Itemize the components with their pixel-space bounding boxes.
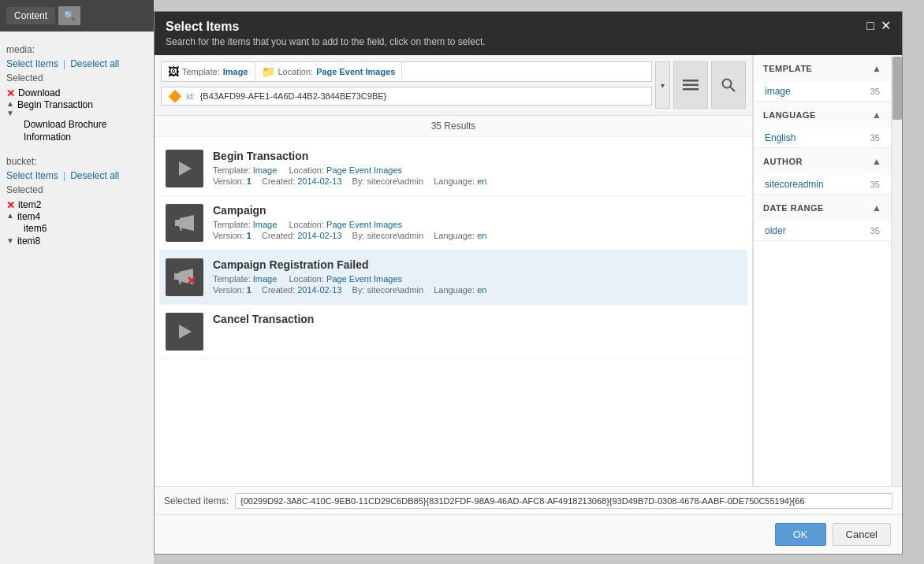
author-section-title: AUTHOR	[763, 157, 803, 166]
cancel-transaction-content: Cancel Transaction	[213, 313, 741, 328]
media-select-link[interactable]: Select Items	[6, 58, 58, 69]
right-panel: TEMPLATE ▲ image 35 LANGUAGE ▲ Eng	[753, 55, 902, 486]
bucket-select-row: Select Items | Deselect all	[6, 170, 147, 181]
search-area: 🖼 Template: Image 📁 Location: Page Event…	[155, 55, 753, 486]
move-up-arrow[interactable]: ▲	[6, 99, 14, 109]
date-option-count: 35	[870, 226, 880, 236]
svg-marker-5	[179, 161, 192, 176]
bucket-label: bucket:	[6, 156, 147, 167]
result-item-campaign-registration-failed[interactable]: Campaign Registration Failed Template: I…	[159, 250, 747, 305]
item2-name: item2	[18, 199, 41, 210]
scrollbar-thumb	[892, 57, 902, 120]
campaign-meta2: Version: 1 Created: 2014-02-13 By: sitec…	[213, 231, 741, 240]
language-option-label: English	[765, 132, 795, 143]
move-down-arrow[interactable]: ▼	[6, 109, 14, 118]
dropdown-arrow-button[interactable]: ▾	[655, 61, 670, 109]
item4-up-arrow[interactable]: ▲	[6, 211, 14, 221]
search-icon-button[interactable]	[711, 61, 746, 109]
search-button[interactable]: 🔍	[58, 6, 80, 25]
download-brochure-item-name: Download Brochure	[24, 119, 106, 130]
list-item: Information	[6, 131, 147, 143]
remove-item2-button[interactable]: ✕	[6, 200, 15, 210]
close-button[interactable]: ✕	[881, 20, 891, 32]
selected-items-value: {00299D92-3A8C-410C-9EB0-11CD29C6DB85}{8…	[235, 493, 892, 509]
list-item: ✕ Download	[6, 87, 147, 99]
item8-name: item8	[17, 236, 40, 247]
dialog-header: Select Items Search for the items that y…	[155, 12, 902, 55]
author-option-label: sitecoreadmin	[765, 179, 824, 190]
list-item: ▼ item8	[6, 235, 147, 247]
template-label: Template:	[182, 67, 220, 76]
location-label: Location:	[278, 67, 314, 76]
play-triangle-icon	[176, 160, 193, 177]
result-item-begin-transaction[interactable]: Begin Transaction Template: Image Locati…	[159, 142, 747, 196]
dialog-body: 🖼 Template: Image 📁 Location: Page Event…	[155, 55, 902, 486]
begin-transaction-item-name: Begin Transaction	[17, 99, 93, 110]
item8-down-arrow[interactable]: ▼	[6, 236, 14, 246]
date-option-older[interactable]: older 35	[754, 221, 891, 240]
date-filter-section: DATE RANGE ▲ older 35	[754, 195, 891, 241]
dialog-subtitle: Search for the items that you want to ad…	[166, 36, 486, 47]
left-panel-header: Content 🔍	[0, 0, 154, 32]
author-option-sitecoreadmin[interactable]: sitecoreadmin 35	[754, 175, 891, 194]
campaign-content: Campaign Template: Image Location: Page …	[213, 204, 741, 242]
list-item: ✕ item2	[6, 199, 147, 211]
svg-line-4	[730, 87, 735, 91]
campaign-failed-title: Campaign Registration Failed	[213, 258, 741, 271]
language-filter-section: LANGUAGE ▲ English 35	[754, 102, 891, 148]
item4-name: item4	[17, 211, 40, 222]
begin-transaction-meta2: Version: 1 Created: 2014-02-13 By: sitec…	[213, 176, 741, 186]
svg-marker-7	[180, 215, 194, 231]
remove-download-button[interactable]: ✕	[6, 88, 15, 98]
language-option-english[interactable]: English 35	[754, 128, 891, 147]
search-bar: 🖼 Template: Image 📁 Location: Page Event…	[155, 55, 752, 116]
id-icon: 🔶	[168, 90, 181, 102]
modal-scrollbar[interactable]	[891, 55, 902, 486]
svg-marker-14	[179, 325, 192, 339]
media-selected-label: Selected	[6, 72, 147, 83]
svg-rect-2	[683, 88, 699, 91]
result-item-cancel-transaction[interactable]: Cancel Transaction	[159, 305, 747, 359]
template-option-label: image	[765, 86, 791, 97]
search-filters: 🖼 Template: Image 📁 Location: Page Event…	[161, 61, 652, 82]
svg-marker-6	[175, 220, 180, 226]
content-button[interactable]: Content	[6, 7, 55, 24]
megaphone-icon	[173, 214, 196, 232]
template-icon: 🖼	[168, 65, 179, 78]
template-option-count: 35	[870, 87, 880, 96]
campaign-meta1: Template: Image Location: Page Event Ima…	[213, 220, 741, 229]
date-section-header[interactable]: DATE RANGE ▲	[754, 195, 891, 221]
list-item: Download Brochure	[6, 118, 147, 131]
template-section-header[interactable]: TEMPLATE ▲	[754, 55, 891, 82]
template-value: Image	[223, 67, 248, 76]
svg-rect-1	[683, 84, 699, 87]
campaign-icon	[166, 204, 203, 242]
bucket-deselect-link[interactable]: Deselect all	[70, 170, 119, 181]
maximize-button[interactable]: □	[866, 20, 874, 32]
selected-items-label: Selected items:	[164, 495, 229, 506]
cancel-button[interactable]: Cancel	[833, 523, 891, 546]
information-item-name: Information	[24, 132, 71, 143]
media-deselect-link[interactable]: Deselect all	[70, 58, 119, 69]
menu-icon-button[interactable]	[673, 61, 708, 109]
language-option-count: 35	[870, 133, 880, 143]
language-section-header[interactable]: LANGUAGE ▲	[754, 102, 891, 128]
template-filter-chip: 🖼 Template: Image	[162, 62, 255, 81]
ok-button[interactable]: OK	[775, 523, 826, 546]
result-item-campaign[interactable]: Campaign Template: Image Location: Page …	[159, 196, 747, 250]
download-item-name: Download	[18, 87, 60, 98]
cancel-transaction-title: Cancel Transaction	[213, 313, 741, 325]
location-filter-chip: 📁 Location: Page Event Images	[255, 62, 403, 81]
dialog-header-buttons: □ ✕	[866, 20, 891, 32]
template-option-image[interactable]: image 35	[754, 82, 891, 101]
dialog-footer: OK Cancel	[155, 514, 902, 554]
author-option-count: 35	[870, 180, 880, 189]
author-section-header[interactable]: AUTHOR ▲	[754, 148, 891, 175]
results-count: 35 Results	[155, 116, 752, 137]
language-chevron-icon: ▲	[872, 109, 881, 121]
svg-marker-9	[174, 273, 179, 280]
campaign-failed-meta1: Template: Image Location: Page Event Ima…	[213, 274, 741, 284]
begin-transaction-arrows: ▲ ▼	[6, 99, 14, 118]
date-section-title: DATE RANGE	[763, 203, 824, 213]
bucket-select-link[interactable]: Select Items	[6, 170, 58, 181]
